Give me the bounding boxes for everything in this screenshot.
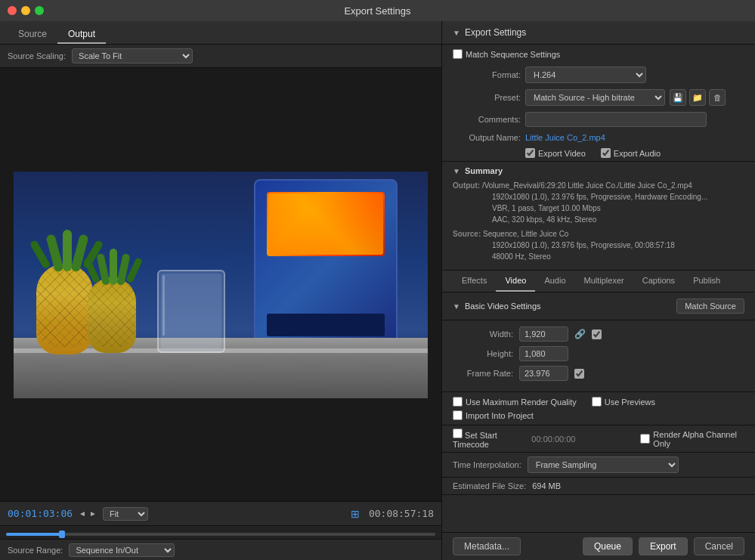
- export-audio-checkbox[interactable]: [601, 148, 611, 158]
- current-time: 00:01:03:06: [8, 508, 73, 519]
- minimize-button[interactable]: [21, 6, 30, 15]
- timeline-bar: 00:01:03:06 ◄ ► Fit 25% 50% 75% 100% ⊞ 0…: [0, 501, 441, 525]
- import-preset-button[interactable]: 📁: [689, 89, 706, 106]
- delete-preset-button[interactable]: 🗑: [709, 89, 726, 106]
- window-title: Export Settings: [344, 5, 410, 17]
- left-tab-bar: Source Output: [0, 21, 441, 45]
- render-alpha-checkbox[interactable]: [640, 434, 650, 444]
- save-preset-button[interactable]: 💾: [670, 89, 686, 106]
- summary-collapse-icon[interactable]: ▼: [453, 167, 460, 175]
- comments-row: Comments:: [442, 109, 755, 130]
- source-scaling-label: Source Scaling:: [8, 51, 66, 60]
- source-scaling-select[interactable]: Scale To Fit Scale To Fill Stretch To Fi…: [72, 48, 193, 63]
- output-name-link[interactable]: Little Juice Co_2.mp4: [525, 133, 605, 142]
- export-audio-label[interactable]: Export Audio: [601, 148, 661, 158]
- preview-area: [0, 68, 441, 501]
- play-forward-button[interactable]: ►: [89, 509, 97, 518]
- height-input[interactable]: 1,080: [519, 346, 568, 361]
- summary-source-line3: 48000 Hz, Stereo: [453, 252, 551, 261]
- use-previews-checkbox[interactable]: [592, 397, 602, 407]
- scrubber-track[interactable]: [6, 533, 435, 536]
- tab-video[interactable]: Video: [496, 271, 535, 292]
- export-video-checkbox[interactable]: [525, 148, 535, 158]
- basic-video-header: ▼ Basic Video Settings Match Source: [442, 292, 755, 320]
- frame-rate-checkbox[interactable]: [574, 369, 584, 379]
- match-sequence-checkbox[interactable]: [453, 49, 463, 59]
- use-previews-label[interactable]: Use Previews: [592, 397, 655, 407]
- match-sequence-row: Match Sequence Settings: [442, 45, 755, 63]
- export-check-row: Export Video Export Audio: [442, 145, 755, 161]
- frame-rate-row: Frame Rate: 23.976: [453, 366, 744, 381]
- play-back-button[interactable]: ◄: [79, 509, 86, 518]
- right-panel: ▼ Export Settings Match Sequence Setting…: [442, 21, 755, 560]
- maximize-button[interactable]: [35, 6, 44, 15]
- export-button[interactable]: Export: [639, 537, 688, 555]
- match-source-button[interactable]: Match Source: [676, 299, 744, 314]
- source-range-label: Source Range:: [8, 546, 63, 555]
- tab-captions[interactable]: Captions: [633, 271, 684, 292]
- collapse-icon[interactable]: ▼: [453, 29, 460, 37]
- preset-select[interactable]: Match Source - High bitrate Match Source…: [525, 89, 665, 106]
- set-start-timecode-checkbox[interactable]: [453, 429, 463, 438]
- close-button[interactable]: [8, 6, 17, 15]
- cancel-button[interactable]: Cancel: [694, 537, 744, 555]
- main-content: Source Output Source Scaling: Scale To F…: [0, 21, 755, 560]
- export-settings-title: Export Settings: [465, 27, 526, 38]
- summary-output-label: Output:: [453, 181, 480, 190]
- tab-output[interactable]: Output: [57, 26, 106, 44]
- render-alpha-text: Render Alpha Channel Only: [653, 430, 744, 448]
- summary-output-line1: /Volume_Revival/6:29:20 Little Juice Co.…: [482, 181, 692, 190]
- tab-publish[interactable]: Publish: [684, 271, 729, 292]
- comments-input[interactable]: [525, 112, 707, 127]
- use-max-render-text: Use Maximum Render Quality: [466, 398, 577, 407]
- format-label: Format:: [453, 70, 521, 79]
- import-into-project-label[interactable]: Import Into Project: [453, 410, 534, 420]
- time-interpolation-select[interactable]: Frame Sampling Frame Blending Optical Fl…: [528, 456, 679, 473]
- tab-effects[interactable]: Effects: [453, 271, 496, 292]
- import-into-project-text: Import Into Project: [466, 411, 534, 420]
- format-select[interactable]: H.264 H.265 MPEG-4 QuickTime: [525, 67, 646, 83]
- width-input[interactable]: 1,920: [519, 326, 568, 342]
- video-tab-row: Effects Video Audio Multiplexer Captions…: [442, 270, 755, 292]
- import-into-project-checkbox[interactable]: [453, 410, 463, 420]
- timecode-input[interactable]: 00:00:00:00: [531, 435, 636, 444]
- export-audio-text: Export Audio: [614, 149, 661, 158]
- height-row: Height: 1,080: [453, 346, 744, 361]
- preset-controls: 💾 📁 🗑: [670, 89, 726, 106]
- zoom-select[interactable]: Fit 25% 50% 75% 100%: [103, 507, 148, 521]
- queue-button[interactable]: Queue: [583, 537, 633, 555]
- tab-audio[interactable]: Audio: [535, 271, 574, 292]
- output-name-row: Output Name: Little Juice Co_2.mp4: [442, 130, 755, 145]
- tab-source[interactable]: Source: [8, 26, 57, 44]
- file-size-label: Estimated File Size:: [453, 481, 526, 490]
- use-max-render-label[interactable]: Use Maximum Render Quality: [453, 397, 577, 407]
- export-video-label[interactable]: Export Video: [525, 148, 586, 158]
- width-checkbox[interactable]: [592, 330, 602, 339]
- use-max-render-checkbox[interactable]: [453, 397, 463, 407]
- format-row: Format: H.264 H.265 MPEG-4 QuickTime: [442, 63, 755, 86]
- titlebar: Export Settings: [0, 0, 755, 21]
- frame-rate-input[interactable]: 23.976: [519, 366, 568, 381]
- set-start-timecode-label[interactable]: Set Start Timecode: [453, 429, 527, 449]
- source-range-select[interactable]: Sequence In/Out Work Area Entire Sequenc…: [69, 543, 175, 557]
- file-size-row: Estimated File Size: 694 MB: [442, 478, 755, 495]
- basic-video-collapse-icon[interactable]: ▼: [453, 302, 460, 311]
- match-sequence-checkbox-label[interactable]: Match Sequence Settings: [453, 49, 560, 59]
- bottom-checks: Use Maximum Render Quality Use Previews …: [442, 392, 755, 425]
- width-label: Width:: [453, 330, 513, 339]
- scrubber-fill: [6, 533, 62, 536]
- summary-content: Output: /Volume_Revival/6:29:20 Little J…: [453, 180, 744, 262]
- end-time: 00:08:57:18: [369, 508, 434, 519]
- preset-label: Preset:: [453, 93, 521, 102]
- summary-output-line4: AAC, 320 kbps, 48 kHz, Stereo: [453, 215, 596, 224]
- action-bar: Metadata... Queue Export Cancel: [442, 532, 755, 560]
- scrubber-handle[interactable]: [59, 531, 65, 538]
- metadata-button[interactable]: Metadata...: [453, 537, 521, 555]
- render-alpha-label[interactable]: Render Alpha Channel Only: [640, 430, 744, 448]
- tab-multiplexer[interactable]: Multiplexer: [575, 271, 633, 292]
- fullscreen-icon[interactable]: ⊞: [351, 508, 360, 520]
- preset-row: Preset: Match Source - High bitrate Matc…: [442, 86, 755, 109]
- frame-rate-label: Frame Rate:: [453, 369, 513, 378]
- scrubber-bar[interactable]: [0, 525, 441, 539]
- summary-output-block: Output: /Volume_Revival/6:29:20 Little J…: [453, 180, 744, 225]
